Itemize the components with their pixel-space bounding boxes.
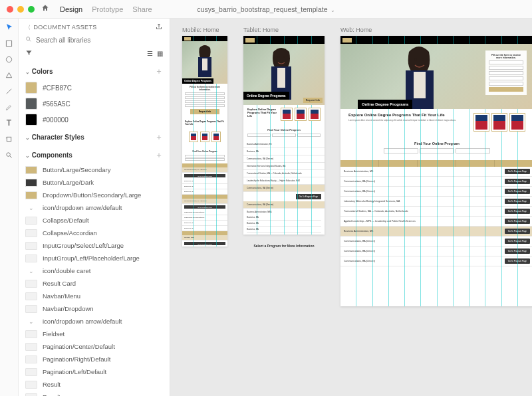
artboard-mobile[interactable]: Online Degree Programs Fill out the form… bbox=[182, 36, 227, 247]
component-label: Collapse/Default bbox=[43, 217, 89, 224]
charstyles-section-header[interactable]: ⌄ Character Styles ＋ bbox=[19, 128, 170, 146]
zoom-tool-icon[interactable] bbox=[5, 150, 14, 159]
component-label: Result bbox=[43, 393, 61, 396]
assets-panel-header[interactable]: 〈 DOCUMENT ASSETS bbox=[25, 24, 97, 31]
artboard-label[interactable]: Web: Home bbox=[340, 27, 532, 33]
artboard-label[interactable]: Mobile: Home bbox=[182, 27, 227, 33]
rectangle-tool-icon[interactable] bbox=[5, 39, 14, 48]
component-label: Dropdown/Button/Secondary/Large bbox=[43, 191, 141, 199]
tab-prototype[interactable]: Prototype bbox=[92, 5, 123, 13]
form-heading: Fill out the form to receive more inform… bbox=[489, 54, 523, 59]
artboard-label[interactable]: Tablet: Home bbox=[243, 27, 325, 33]
component-item[interactable]: ⌄icon/dropdown arrow/default bbox=[19, 201, 170, 214]
tab-design[interactable]: Design bbox=[60, 5, 82, 13]
pen-tool-icon[interactable] bbox=[5, 102, 14, 112]
component-item[interactable]: Result Card bbox=[19, 277, 170, 290]
add-component-icon[interactable]: ＋ bbox=[155, 149, 163, 161]
component-label: Button/Large/Secondary bbox=[43, 166, 110, 173]
svg-point-13 bbox=[278, 56, 279, 58]
component-item[interactable]: ⌄icon/dropdown arrow/default bbox=[19, 315, 170, 328]
component-item[interactable]: InputGroup/Left/Placeholder/Large bbox=[19, 252, 170, 264]
component-item[interactable]: Result bbox=[19, 378, 170, 391]
window-controls bbox=[7, 6, 35, 13]
svg-rect-16 bbox=[277, 68, 285, 88]
logo bbox=[342, 38, 352, 43]
request-info-button: Request Info bbox=[303, 98, 323, 103]
component-item[interactable]: Dropdown/Button/Secondary/Large bbox=[19, 189, 170, 201]
hero-title: Online Degree Programs bbox=[182, 78, 213, 84]
tool-rail: T bbox=[0, 19, 19, 396]
component-item[interactable]: Pagination/Right/Default bbox=[19, 353, 170, 365]
components-section-header[interactable]: ⌄ Components ＋ bbox=[19, 146, 170, 163]
text-tool-icon[interactable]: T bbox=[5, 118, 14, 128]
find-heading: Find Your Online Program bbox=[185, 150, 225, 153]
chevron-down-icon: ⌄ bbox=[331, 7, 335, 13]
svg-point-5 bbox=[7, 152, 11, 156]
component-item[interactable]: Navbar/Dropdown bbox=[19, 302, 170, 315]
component-label: InputGroup/Select/Left/Large bbox=[43, 242, 124, 249]
component-label: Pagination/Right/Default bbox=[43, 355, 110, 363]
mode-tabs: Design Prototype Share bbox=[60, 5, 152, 13]
minimize-icon[interactable] bbox=[17, 6, 24, 13]
component-item[interactable]: Navbar/Menu bbox=[19, 290, 170, 302]
component-item[interactable]: Collapse/Accordian bbox=[19, 227, 170, 239]
color-swatch-row[interactable]: #565A5C bbox=[25, 96, 163, 112]
line-tool-icon[interactable] bbox=[5, 86, 14, 96]
tab-share[interactable]: Share bbox=[132, 5, 152, 13]
export-icon[interactable] bbox=[155, 23, 163, 32]
maximize-icon[interactable] bbox=[28, 6, 35, 13]
component-label: Navbar/Dropdown bbox=[43, 305, 94, 312]
filter-icon[interactable] bbox=[25, 49, 33, 58]
polygon-tool-icon[interactable] bbox=[5, 70, 14, 80]
component-label: icon/dropdown arrow/default bbox=[43, 204, 122, 211]
explore-heading: Explore Online Degree Programs That Fit … bbox=[185, 120, 225, 126]
component-label: Fieldset bbox=[43, 330, 65, 338]
component-item[interactable]: Pagination/Left/Default bbox=[19, 365, 170, 378]
component-label: Button/Large/Dark bbox=[43, 179, 94, 186]
add-color-icon[interactable]: ＋ bbox=[155, 66, 163, 77]
component-item[interactable]: Fieldset bbox=[19, 328, 170, 340]
svg-rect-3 bbox=[7, 137, 11, 141]
component-label: icon/double caret bbox=[43, 267, 90, 274]
hero-title: Online Degree Programs bbox=[358, 100, 412, 109]
logo bbox=[184, 37, 191, 41]
component-item[interactable]: Pagination/Center/Default bbox=[19, 340, 170, 353]
document-title[interactable]: cusys_barrio_bootstrap_request_template⌄ bbox=[197, 5, 334, 13]
svg-point-18 bbox=[414, 58, 416, 60]
hero-title: Online Degree Programs bbox=[243, 92, 289, 100]
list-view-icon[interactable]: ☰ bbox=[147, 50, 153, 57]
close-icon[interactable] bbox=[7, 6, 13, 13]
component-label: Pagination/Center/Default bbox=[43, 343, 115, 350]
assets-panel: 〈 DOCUMENT ASSETS ☰ ▦ ⌄ Colors ＋ #CFB87C… bbox=[19, 19, 170, 396]
svg-point-1 bbox=[6, 56, 11, 62]
color-swatch-row[interactable]: #000000 bbox=[25, 112, 163, 128]
canvas[interactable]: Mobile: Home Online Degree Programs Fill… bbox=[170, 19, 532, 396]
artboard-tool-icon[interactable] bbox=[5, 134, 14, 144]
component-item[interactable]: Collapse/Default bbox=[19, 214, 170, 227]
artboard-tablet[interactable]: Online Degree Programs Request Info Expl… bbox=[243, 36, 325, 235]
svg-line-8 bbox=[29, 40, 31, 41]
home-icon[interactable] bbox=[41, 4, 49, 14]
add-charstyle-icon[interactable]: ＋ bbox=[155, 132, 163, 143]
artboard-web[interactable]: Fill out the form to receive more inform… bbox=[340, 36, 532, 306]
component-item[interactable]: Button/Large/Dark bbox=[19, 176, 170, 189]
svg-line-2 bbox=[7, 88, 11, 93]
component-item[interactable]: Result bbox=[19, 391, 170, 396]
form-heading: Fill out the form to receive more inform… bbox=[185, 86, 225, 91]
component-item[interactable]: InputGroup/Select/Left/Large bbox=[19, 239, 170, 252]
svg-point-7 bbox=[27, 37, 30, 41]
svg-point-19 bbox=[422, 58, 424, 60]
color-swatch-row[interactable]: #CFB87C bbox=[25, 80, 163, 96]
component-item[interactable]: Button/Large/Secondary bbox=[19, 163, 170, 176]
select-tool-icon[interactable] bbox=[5, 23, 14, 32]
component-item[interactable]: ⌄icon/double caret bbox=[19, 264, 170, 277]
colors-section-header[interactable]: ⌄ Colors ＋ bbox=[19, 62, 170, 80]
svg-point-14 bbox=[283, 56, 285, 58]
component-label: Result bbox=[43, 381, 61, 388]
component-label: Pagination/Left/Default bbox=[43, 368, 106, 375]
request-info-button: Request Info bbox=[190, 109, 219, 114]
ellipse-tool-icon[interactable] bbox=[5, 54, 14, 64]
assets-search-input[interactable] bbox=[36, 37, 163, 44]
grid-view-icon[interactable]: ▦ bbox=[157, 50, 163, 57]
svg-rect-21 bbox=[414, 72, 426, 98]
